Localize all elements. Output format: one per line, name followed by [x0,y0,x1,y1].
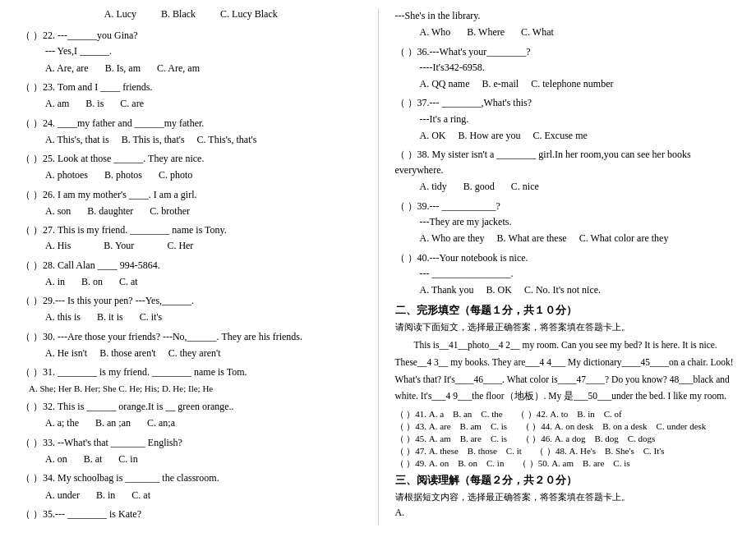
top-options: A. Lucy B. Black C. Lucy Black [21,8,362,21]
q32: （ ）32. This is ______ orange.It is __ gr… [21,399,362,432]
q22-line1: （ ）22. ---______you Gina? [21,27,362,44]
q29: （ ）29.--- Is this your pen? ---Yes,_____… [21,293,362,326]
q27: （ ）27. This is my friend. ________ name … [21,223,362,254]
q26: （ ）26. I am my mother's ____. I am a gir… [21,187,362,220]
top-opt-b: B. Black [161,8,196,21]
q24: （ ）24. ____my father and ______my father… [21,116,362,149]
q35-answer: ---She's in the library. A. Who B. Where… [395,8,736,41]
left-column: A. Lucy B. Black C. Lucy Black （ ）22. --… [16,8,366,526]
right-column: ---She's in the library. A. Who B. Where… [391,8,740,526]
section3-last: A. [395,507,736,519]
q40: （ ）40.---Your notebook is nice. --- ____… [395,250,736,299]
q39: （ ）39.--- ___________? ---They are my ja… [395,199,736,247]
q34: （ ）34. My schoolbag is _______ the class… [21,470,362,503]
q35: （ ）35.--- ________ is Kate? [21,507,362,522]
q36: （ ）36.---What's your________? ----It's34… [395,44,736,93]
page-container: A. Lucy B. Black C. Lucy Black （ ）22. --… [16,8,740,526]
q38: （ ）38. My sister isn't a ________ girl.I… [395,147,736,195]
q25: （ ）25. Look at those ______. They are ni… [21,151,362,184]
q31: （ ）31. ________ is my friend. ________ n… [21,365,362,396]
q22: （ ）22. ---______you Gina? --- Yes,I ____… [21,27,362,76]
section2-answers: （ ）41. A. a B. an C. the （ ）42. A. to B.… [395,408,736,470]
column-divider [378,8,379,526]
section3-header: 三、阅读理解（每题２分，共２０分） [395,473,736,488]
section2-header: 二、完形填空（每题１分，共１０分） [395,303,736,318]
q37: （ ）37.--- ________,What's this? ---It's … [395,95,736,144]
section3-note: 请根据短文内容，选择最正确答案，将答案填在答题卡上。 [395,491,736,503]
q23: （ ）23. Tom and I ____ friends. A. am B. … [21,80,362,112]
section2-note: 请阅读下面短文，选择最正确答案，将答案填在答题卡上。 [395,321,736,333]
top-opt-c: C. Lucy Black [220,8,278,21]
q28: （ ）28. Call Alan ____ 994-5864. A. in B.… [21,258,362,291]
top-opt-a: A. Lucy [104,8,136,21]
q33: （ ）33. --What's that _______ English? A.… [21,435,362,468]
section2-paragraph: This is__41__photo__4 2__ my room. Can y… [395,337,736,405]
q30: （ ）30. ---Are those your friends? ---No,… [21,329,362,362]
